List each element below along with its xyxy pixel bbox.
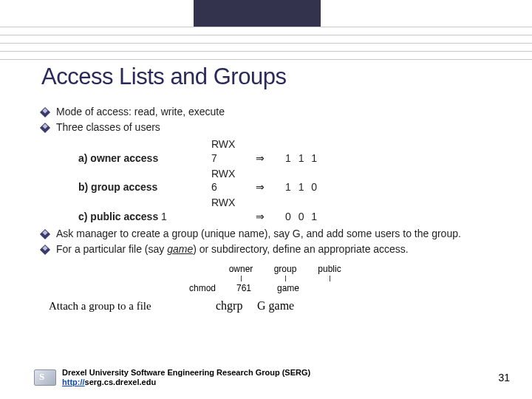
text-fragment: For a particular file (say [56,243,167,255]
page-number: 31 [498,372,510,383]
attach-label: Attach a group to a file [41,300,216,313]
footer-org: Drexel University Software Engineering R… [62,368,310,378]
chmod-command: chmod [182,283,222,293]
text-fragment: ) or subdirectory, define an appropriate… [193,243,409,255]
access-bits: 1 1 0 [285,180,319,194]
bullet-list: Mode of access: read, write, execute Thr… [41,105,499,256]
access-bits: 1 1 1 [285,151,319,166]
header-dark-block [194,0,321,27]
access-grid: RWX a) owner access 7 ⇒ 1 1 1 RWX b) gro… [78,137,499,224]
access-bits: 0 0 1 [285,210,319,224]
rwx-header: RWX [211,196,499,210]
access-row-owner: a) owner access 7 ⇒ 1 1 1 [78,151,499,166]
access-label: c) public access [78,211,158,222]
cmd-headers: owner group public [219,264,499,274]
cmd-header-public: public [307,264,352,274]
access-label: b) group access [78,180,211,194]
chmod-file: game [266,283,310,293]
access-number: 1 [161,211,167,222]
bullet-text: For a particular file (say game) or subd… [56,242,499,256]
chgrp-command: chgrp [216,299,257,313]
diamond-bullet-icon [40,229,50,239]
footer-text: Drexel University Software Engineering R… [62,368,310,387]
slide-content: Access Lists and Groups Mode of access: … [41,64,499,313]
rule-stack [0,27,532,67]
footer-link-prefix[interactable]: http:// [62,378,85,386]
cmd-header-owner: owner [219,264,263,274]
access-label: a) owner access [78,151,211,166]
bullet-text: Three classes of users [56,120,499,134]
bullet-item: Three classes of users [41,120,499,134]
bullet-item: For a particular file (say game) or subd… [41,242,499,256]
rwx-header: RWX [211,167,499,181]
access-number: 7 [211,151,256,166]
attach-block: Attach a group to a file chgrp G game [41,299,499,313]
chgrp-args: G game [257,299,294,313]
access-number: 6 [211,180,256,194]
chmod-mode: 761 [222,283,266,293]
access-row-group: b) group access 6 ⇒ 1 1 0 [78,180,499,194]
game-italic: game [167,243,193,255]
bullet-text: Ask manager to create a group (unique na… [56,227,499,241]
access-row-public: c) public access 1 ⇒ 0 0 1 [78,210,499,224]
diamond-bullet-icon [40,123,50,133]
arrow-icon: ⇒ [256,151,285,166]
footer-link-rest: serg.cs.drexel.edu [85,378,157,386]
cmd-header-group: group [263,264,307,274]
chmod-line: chmod 761 game [182,283,499,293]
arrow-icon: ⇒ [256,210,285,224]
bullet-item: Ask manager to create a group (unique na… [41,227,499,241]
serg-logo-icon [34,369,56,386]
bullet-item: Mode of access: read, write, execute [41,105,499,119]
arrow-icon: ⇒ [256,180,285,194]
footer: Drexel University Software Engineering R… [34,368,510,387]
slide-title: Access Lists and Groups [41,64,499,90]
diamond-bullet-icon [40,245,50,255]
rwx-header: RWX [211,137,499,151]
diamond-bullet-icon [40,107,50,117]
bullet-text: Mode of access: read, write, execute [56,105,499,119]
command-block: owner group public chmod 761 game Attach… [41,264,499,313]
